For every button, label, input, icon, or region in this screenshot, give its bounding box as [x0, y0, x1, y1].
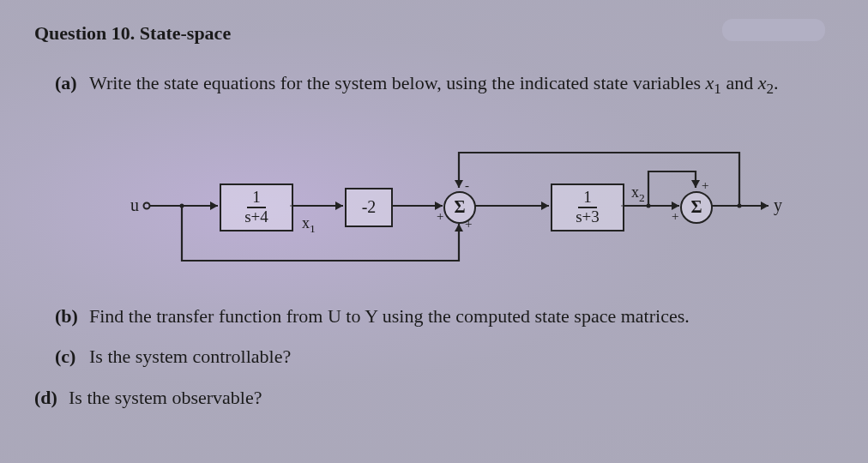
part-d: (d) Is the system observable? — [34, 385, 834, 411]
svg-marker-17 — [455, 224, 463, 232]
question-title: Question 10. State-space — [34, 22, 834, 45]
svg-marker-9 — [541, 201, 549, 210]
var-x2: x — [758, 72, 767, 93]
input-label: u — [130, 195, 139, 215]
part-a-text-pre: Write the state equations for the system… — [89, 72, 706, 93]
block2-den: s+3 — [572, 208, 603, 226]
block1-num: 1 — [247, 189, 266, 208]
part-a-text-mid: and — [721, 72, 758, 93]
output-label: y — [774, 195, 782, 215]
var-x2-sub: 2 — [766, 81, 774, 97]
block-diagram: u y 1 s+4 x1 -2 Σ - + + 1 s+3 x2 Σ + + — [82, 134, 786, 280]
redaction-mark — [722, 19, 825, 41]
transfer-block-2: 1 s+3 — [551, 183, 624, 232]
page-content: Question 10. State-space (a) Write the s… — [0, 0, 868, 435]
summer-2: Σ — [680, 191, 713, 224]
part-c-label: (c) — [55, 346, 82, 368]
svg-marker-16 — [455, 180, 463, 188]
part-a-text-post: . — [774, 72, 779, 93]
svg-marker-13 — [761, 201, 769, 210]
part-d-label: (d) — [34, 387, 62, 409]
sum1-sign-left: + — [437, 209, 443, 224]
svg-point-0 — [144, 202, 150, 208]
sum1-sign-bottom: + — [465, 217, 472, 232]
svg-marker-18 — [691, 180, 700, 188]
block2-num: 1 — [578, 189, 597, 208]
part-b-text: Find the transfer function from U to Y u… — [89, 304, 690, 329]
part-a-text: Write the state equations for the system… — [89, 70, 779, 99]
part-c-text: Is the system controllable? — [89, 344, 291, 370]
block1-den: s+4 — [241, 208, 272, 226]
var-x1: x — [706, 72, 714, 93]
sum2-sign-left: + — [672, 209, 678, 224]
part-a: (a) Write the state equations for the sy… — [55, 70, 834, 99]
var-x1-sub: 1 — [714, 81, 721, 97]
svg-marker-3 — [210, 201, 218, 210]
part-c: (c) Is the system controllable? — [55, 344, 834, 370]
part-b-label: (b) — [55, 305, 82, 328]
part-d-text: Is the system observable? — [69, 385, 262, 411]
transfer-block-1: 1 s+4 — [220, 183, 293, 232]
state1-label: x1 — [302, 214, 316, 236]
sum2-sign-top: + — [702, 178, 708, 193]
sum1-sign-top: - — [465, 178, 469, 193]
state2-label: x2 — [631, 183, 645, 205]
part-a-label: (a) — [55, 72, 82, 94]
part-b: (b) Find the transfer function from U to… — [55, 304, 834, 329]
gain-block: -2 — [345, 188, 393, 227]
svg-marker-5 — [335, 201, 343, 210]
